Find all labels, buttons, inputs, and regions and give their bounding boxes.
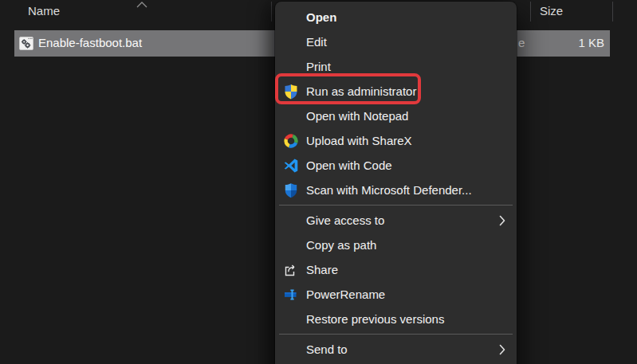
submenu-chevron-icon [499,344,505,355]
menu-separator [279,334,513,335]
file-name-label: Enable-fastboot.bat [38,36,142,49]
powerrename-icon [283,287,299,303]
column-divider [271,2,272,22]
column-divider [612,2,613,22]
menu-item-edit[interactable]: Edit [275,29,517,54]
share-icon [283,262,299,278]
batch-file-icon [19,37,33,53]
menu-item-powerrename[interactable]: PowerRename [275,282,517,307]
explorer-window: Name Size Enable-fastboot.bat e 1 KB [0,0,637,364]
column-header-name[interactable]: Name [28,4,60,18]
menu-item-give-access-to[interactable]: Give access to [275,208,517,233]
menu-item-scan-with-defender[interactable]: Scan with Microsoft Defender... [275,178,517,202]
menu-item-open[interactable]: Open [275,5,517,29]
file-type-fragment: e [518,36,525,49]
column-header-size[interactable]: Size [540,4,563,18]
menu-item-print[interactable]: Print [275,54,517,79]
menu-separator [279,205,513,205]
uac-shield-icon [283,84,299,100]
menu-item-open-with-notepad[interactable]: Open with Notepad [275,104,517,128]
sharex-icon [283,133,299,149]
menu-item-open-with-code[interactable]: Open with Code [275,153,517,178]
menu-item-copy-as-path[interactable]: Copy as path [275,233,517,257]
menu-item-run-as-administrator[interactable]: Run as administrator [275,79,517,104]
sort-ascending-icon [136,0,148,11]
context-menu: Open Edit Print Run as administrator [275,2,517,364]
menu-item-upload-with-sharex[interactable]: Upload with ShareX [275,128,517,153]
menu-item-share[interactable]: Share [275,257,517,282]
vscode-icon [283,158,299,174]
defender-shield-icon [283,182,299,198]
column-divider [530,2,531,22]
file-size-label: 1 KB [578,36,604,49]
submenu-chevron-icon [499,215,505,226]
menu-item-restore-previous-versions[interactable]: Restore previous versions [275,307,517,331]
menu-item-send-to[interactable]: Send to [275,337,517,362]
